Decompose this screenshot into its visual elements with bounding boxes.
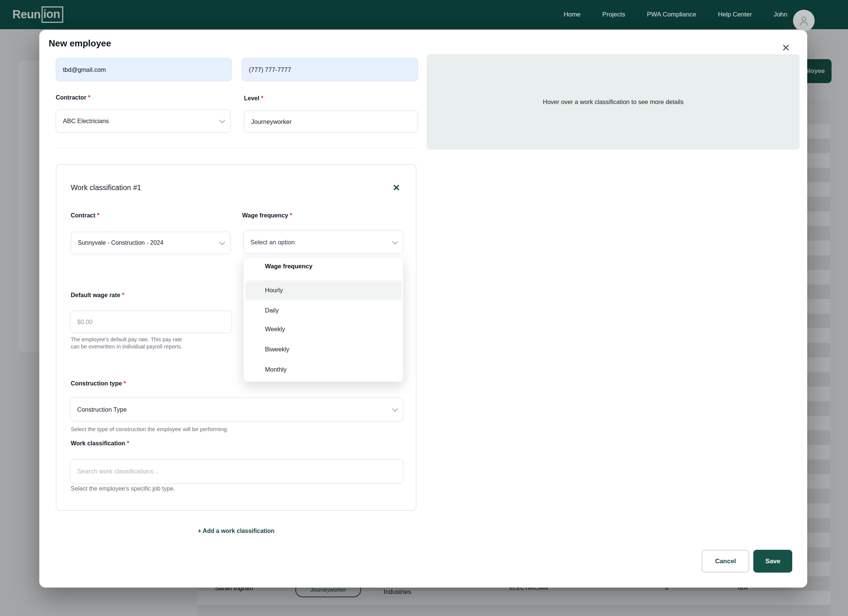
app-header: Reunion Home Projects PWA Compliance Hel… — [0, 0, 848, 29]
close-icon[interactable]: ✕ — [388, 180, 405, 196]
contract-label: Contract * — [71, 212, 99, 219]
new-employee-modal: New employee ✕ tbd@gmail.com (777) 777-7… — [39, 30, 807, 588]
menu-option-daily[interactable]: Daily — [245, 301, 402, 320]
contract-select[interactable]: Sunnyvale - Construction - 2024 — [71, 232, 231, 254]
classification-info-panel: Hover over a work classification to see … — [427, 54, 800, 150]
reunion-logo[interactable]: Reunion — [12, 6, 63, 23]
work-classification-search-input[interactable]: Search work classifications... — [70, 459, 403, 484]
nav-user-name[interactable]: John — [774, 11, 787, 18]
logo-text-boxed: ion — [42, 6, 63, 23]
menu-option-biweekly[interactable]: Biweekly — [245, 339, 402, 359]
construction-type-helper: Select the type of construction the empl… — [71, 426, 228, 432]
chevron-down-icon — [219, 118, 225, 123]
main-nav: Home Projects PWA Compliance Help Center… — [564, 0, 787, 29]
email-field[interactable]: tbd@gmail.com — [56, 58, 232, 81]
user-icon — [797, 14, 810, 27]
construction-type-select[interactable]: Construction Type — [70, 397, 403, 421]
work-classification-label: Work classification * — [71, 440, 129, 447]
save-button[interactable]: Save — [753, 550, 792, 573]
logo-text-prefix: Reun — [12, 8, 41, 21]
menu-option-monthly[interactable]: Monthly — [245, 360, 402, 379]
contractor-label: Contractor * — [56, 94, 90, 101]
cancel-button[interactable]: Cancel — [702, 550, 749, 573]
level-label: Level * — [244, 95, 263, 102]
nav-projects[interactable]: Projects — [602, 11, 625, 18]
chevron-down-icon — [392, 238, 398, 244]
close-icon[interactable]: ✕ — [778, 40, 793, 55]
work-classification-card: Work classification #1 ✕ Contract * Sunn… — [56, 164, 417, 511]
level-select[interactable]: Journeyworker — [244, 110, 418, 133]
required-asterisk: * — [261, 95, 263, 101]
phone-field[interactable]: (777) 777-7777 — [242, 58, 418, 81]
add-work-classification-link[interactable]: + Add a work classification — [56, 528, 417, 534]
wage-rate-helper: The employee's default pay rate. This pa… — [71, 336, 185, 350]
nav-help-center[interactable]: Help Center — [718, 11, 752, 18]
menu-option-weekly[interactable]: Weekly — [245, 319, 402, 339]
card-title: Work classification #1 — [71, 183, 141, 192]
default-wage-rate-label: Default wage rate * — [71, 292, 124, 299]
section-divider — [56, 148, 417, 148]
chevron-down-icon — [219, 239, 225, 245]
modal-title: New employee — [49, 38, 111, 49]
chevron-down-icon — [392, 406, 398, 412]
menu-option-hourly[interactable]: Hourly — [245, 280, 402, 300]
wage-frequency-label: Wage frequency * — [242, 212, 292, 219]
contractor-select[interactable]: ABC Electricians — [56, 109, 231, 133]
required-asterisk: * — [88, 94, 90, 101]
work-classification-helper: Select the employee's specific job type. — [71, 485, 175, 492]
wage-frequency-menu: Wage frequency Hourly Daily Weekly Biwee… — [243, 257, 403, 382]
nav-home[interactable]: Home — [564, 11, 580, 18]
user-avatar[interactable] — [793, 10, 815, 31]
menu-header: Wage frequency — [265, 263, 312, 270]
default-wage-rate-input[interactable]: $0.00 — [70, 311, 232, 333]
construction-type-label: Construction type * — [71, 380, 126, 387]
wage-frequency-select[interactable]: Select an option — [243, 230, 403, 254]
nav-pwa-compliance[interactable]: PWA Compliance — [647, 11, 696, 18]
